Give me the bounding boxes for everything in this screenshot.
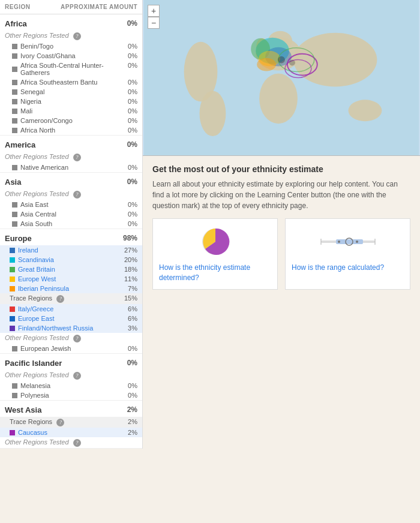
pie-chart-svg xyxy=(197,225,233,258)
iberian-peninsula-link[interactable]: Iberian Peninsula xyxy=(18,285,69,292)
amount-header-label: Approximate Amount xyxy=(61,4,137,10)
west-asia-help-icon[interactable]: ? xyxy=(73,439,81,447)
range-card-link[interactable]: How is the range calculated? xyxy=(292,263,384,272)
svg-point-4 xyxy=(293,33,377,87)
ethnicity-card-link[interactable]: How is the ethnicity estimate determined… xyxy=(159,263,250,282)
melanesia-row: Melanesia0% xyxy=(0,381,142,390)
africa-other-label: Other Regions Tested ? xyxy=(5,32,81,40)
trace-label: Trace Regions ? xyxy=(10,294,64,303)
info-title: Get the most out of your ethnicity estim… xyxy=(152,164,410,174)
trace-help-icon[interactable]: ? xyxy=(56,295,64,303)
africa-pct: 0% xyxy=(127,19,137,28)
cameroon-congo-row: Cameroon/Congo0% xyxy=(0,116,142,125)
europe-title: Europe xyxy=(5,234,32,243)
asia-south-row: Asia South0% xyxy=(0,219,142,229)
africa-title: Africa xyxy=(5,19,27,28)
nigeria-row: Nigeria0% xyxy=(0,97,142,106)
europe-header: Europe 98% xyxy=(0,229,142,245)
ethnicity-estimate-card[interactable]: How is the ethnicity estimate determined… xyxy=(152,218,278,290)
pacific-islander-header: Pacific Islander 0% xyxy=(0,354,142,370)
america-help-icon[interactable]: ? xyxy=(73,154,81,161)
range-bar-image xyxy=(292,225,404,258)
asia-section: Asia 0% Other Regions Tested ? Asia East… xyxy=(0,173,142,229)
africa-section: Africa 0% Other Regions Tested ? Benin/T… xyxy=(0,14,142,136)
west-asia-trace-help-icon[interactable]: ? xyxy=(56,419,64,426)
africa-north-row: Africa North0% xyxy=(0,125,142,135)
map-container[interactable]: + − xyxy=(143,0,420,156)
pacific-other-label: Other Regions Tested ? xyxy=(5,371,81,380)
italy-greece-link[interactable]: Italy/Greece xyxy=(18,305,53,312)
europe-pct: 98% xyxy=(123,234,137,243)
asia-east-row: Asia East0% xyxy=(0,200,142,209)
america-other-label: Other Regions Tested ? xyxy=(5,153,81,161)
region-header-label: Region xyxy=(5,4,30,10)
asia-pct: 0% xyxy=(127,178,137,187)
polynesia-row: Polynesia0% xyxy=(0,390,142,400)
info-text: Learn all about your ethnicity estimate … xyxy=(152,179,410,211)
great-britain-row[interactable]: Great Britain18% xyxy=(0,264,142,274)
ivory-coast-row: Ivory Coast/Ghana0% xyxy=(0,51,142,61)
africa-southeastern-row: Africa Southeastern Bantu0% xyxy=(0,77,142,87)
ireland-link[interactable]: Ireland xyxy=(18,247,38,254)
pie-chart-image xyxy=(159,225,271,258)
asia-title: Asia xyxy=(5,178,21,187)
america-pct: 0% xyxy=(127,140,137,149)
caucasus-link[interactable]: Caucasus xyxy=(18,429,47,436)
ireland-row[interactable]: Ireland27% xyxy=(0,245,142,255)
svg-point-13 xyxy=(257,58,276,71)
italy-greece-row[interactable]: Italy/Greece6% xyxy=(0,304,142,314)
range-calculated-card[interactable]: How is the range calculated? xyxy=(285,218,410,290)
world-map-svg xyxy=(143,0,420,155)
west-asia-other-label: Other Regions Tested ? xyxy=(5,438,81,447)
great-britain-link[interactable]: Great Britain xyxy=(18,266,55,273)
scandinavia-link[interactable]: Scandinavia xyxy=(18,256,54,263)
zoom-in-button[interactable]: + xyxy=(148,5,160,17)
svg-point-8 xyxy=(349,100,382,121)
info-cards: How is the ethnicity estimate determined… xyxy=(152,218,410,290)
europe-section: Europe 98% Ireland27% Scandinavia20% Gre… xyxy=(0,229,142,354)
west-asia-trace-row: Trace Regions ? 2% xyxy=(0,417,142,428)
left-panel: Region Approximate Amount Africa 0% Othe… xyxy=(0,0,143,449)
table-header: Region Approximate Amount xyxy=(0,0,142,14)
mali-row: Mali0% xyxy=(0,106,142,116)
west-asia-trace-label: Trace Regions ? xyxy=(10,418,64,426)
european-jewish-row: European Jewish0% xyxy=(0,344,142,353)
pacific-help-icon[interactable]: ? xyxy=(73,372,81,380)
pacific-other-tested: Other Regions Tested ? xyxy=(0,370,142,381)
svg-point-7 xyxy=(200,91,226,136)
america-section: America 0% Other Regions Tested ? Native… xyxy=(0,136,142,173)
asia-other-tested: Other Regions Tested ? xyxy=(0,189,142,200)
iberian-peninsula-row[interactable]: Iberian Peninsula7% xyxy=(0,284,142,293)
america-header: America 0% xyxy=(0,136,142,152)
scandinavia-row[interactable]: Scandinavia20% xyxy=(0,255,142,264)
asia-central-row: Asia Central0% xyxy=(0,209,142,219)
info-section: Get the most out of your ethnicity estim… xyxy=(143,156,420,298)
europe-other-tested: Other Regions Tested ? xyxy=(0,333,142,344)
finland-russia-row[interactable]: Finland/Northwest Russia3% xyxy=(0,323,142,333)
svg-point-5 xyxy=(259,74,298,124)
west-asia-title: West Asia xyxy=(5,405,41,414)
asia-help-icon[interactable]: ? xyxy=(73,191,81,199)
finland-russia-link[interactable]: Finland/Northwest Russia xyxy=(18,324,93,332)
africa-other-tested: Other Regions Tested ? xyxy=(0,31,142,41)
pacific-islander-pct: 0% xyxy=(127,359,137,368)
west-asia-other-tested: Other Regions Tested ? xyxy=(0,437,142,448)
europe-west-link[interactable]: Europe West xyxy=(18,275,56,282)
asia-header: Asia 0% xyxy=(0,173,142,189)
zoom-out-button[interactable]: − xyxy=(148,17,160,29)
europe-help-icon[interactable]: ? xyxy=(73,335,81,342)
europe-west-row[interactable]: Europe West11% xyxy=(0,274,142,284)
west-asia-header: West Asia 2% xyxy=(0,401,142,417)
africa-help-icon[interactable]: ? xyxy=(73,32,81,40)
west-asia-pct: 2% xyxy=(127,405,137,414)
native-american-row: Native American0% xyxy=(0,163,142,172)
map-zoom-controls: + − xyxy=(148,5,160,29)
europe-east-link[interactable]: Europe East xyxy=(18,315,55,322)
west-asia-section: West Asia 2% Trace Regions ? 2% Caucasus… xyxy=(0,401,142,449)
caucasus-row[interactable]: Caucasus2% xyxy=(0,428,142,437)
europe-east-row[interactable]: Europe East6% xyxy=(0,314,142,323)
africa-header: Africa 0% xyxy=(0,14,142,31)
africa-south-central-row: Africa South-Central Hunter-Gatherers0% xyxy=(0,61,142,77)
asia-other-label: Other Regions Tested ? xyxy=(5,190,81,199)
svg-point-18 xyxy=(289,60,295,66)
